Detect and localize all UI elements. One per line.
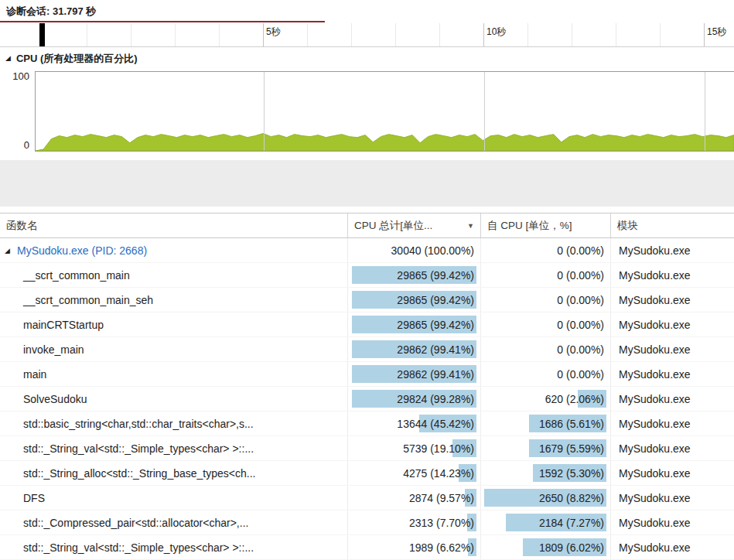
- self-cpu-cell[interactable]: 620 (2.06%): [481, 387, 611, 411]
- self-cpu-cell[interactable]: 0 (0.00%): [481, 362, 611, 386]
- cpu-total-cell[interactable]: 2874 (9.57%): [348, 486, 481, 510]
- cpu-total-cell[interactable]: 29862 (99.41%): [348, 362, 481, 386]
- self-cpu-cell[interactable]: 1592 (5.30%): [481, 461, 611, 485]
- cpu-total-cell[interactable]: 13644 (45.42%): [348, 411, 481, 435]
- table-row[interactable]: ◢ SolveSudoku 29824 (99.28%) 620 (2.06%)…: [0, 387, 734, 411]
- function-name: mainCRTStartup: [23, 319, 104, 331]
- cpu-total-cell[interactable]: 30040 (100.00%): [348, 238, 481, 262]
- cpu-total-cell[interactable]: 4275 (14.23%): [348, 461, 481, 485]
- module-cell: MySudoku.exe: [611, 312, 734, 336]
- cpu-total-value: 29865 (99.42%): [397, 294, 474, 306]
- module-cell: MySudoku.exe: [611, 337, 734, 361]
- module-name: MySudoku.exe: [619, 269, 691, 282]
- timeline-ruler[interactable]: 5秒10秒15秒: [0, 23, 734, 47]
- self-cpu-cell[interactable]: 0 (0.00%): [481, 238, 611, 262]
- module-name: MySudoku.exe: [619, 343, 691, 356]
- self-cpu-cell[interactable]: 2650 (8.82%): [481, 486, 611, 510]
- self-cpu-value: 2650 (8.82%): [539, 492, 604, 504]
- module-cell: MySudoku.exe: [611, 288, 734, 312]
- function-name-cell[interactable]: ◢ std::_String_alloc<std::_String_base_t…: [0, 461, 348, 485]
- module-name: MySudoku.exe: [619, 244, 691, 257]
- chart-gridline: [484, 72, 485, 151]
- module-cell: MySudoku.exe: [611, 263, 734, 287]
- column-header-self-cpu[interactable]: 自 CPU [单位，%]: [481, 213, 611, 237]
- timeline-minor-tick: [660, 23, 661, 46]
- self-cpu-value: 1592 (5.30%): [539, 467, 604, 480]
- self-cpu-cell[interactable]: 1809 (6.02%): [481, 535, 611, 559]
- function-name: MySudoku.exe (PID: 2668): [17, 244, 147, 257]
- self-cpu-cell[interactable]: 1686 (5.61%): [481, 411, 611, 435]
- timeline-minor-tick: [87, 23, 87, 46]
- function-name-cell[interactable]: ◢ std::_Compressed_pair<std::allocator<c…: [0, 510, 348, 534]
- table-row[interactable]: ◢ std::_String_val<std::_Simple_types<ch…: [0, 535, 734, 560]
- table-row[interactable]: ◢ MySudoku.exe (PID: 2668) 30040 (100.00…: [0, 238, 734, 263]
- function-name-cell[interactable]: ◢ std::_String_val<std::_Simple_types<ch…: [0, 535, 348, 559]
- timeline-minor-tick: [219, 23, 220, 46]
- timeline-tick-label: 15秒: [707, 26, 726, 39]
- cpu-total-cell[interactable]: 2313 (7.70%): [348, 510, 481, 534]
- timeline-minor-tick: [572, 23, 572, 46]
- function-name-cell[interactable]: ◢ MySudoku.exe (PID: 2668): [0, 238, 348, 262]
- module-cell: MySudoku.exe: [611, 436, 734, 460]
- table-row[interactable]: ◢ std::basic_string<char,std::char_trait…: [0, 411, 734, 436]
- function-name: __scrt_common_main: [23, 269, 130, 282]
- module-name: MySudoku.exe: [619, 442, 691, 455]
- table-row[interactable]: ◢ mainCRTStartup 29865 (99.42%) 0 (0.00%…: [0, 312, 734, 337]
- table-row[interactable]: ◢ std::_String_val<std::_Simple_types<ch…: [0, 436, 734, 461]
- column-header-label: 自 CPU [单位，%]: [487, 219, 572, 233]
- self-cpu-cell[interactable]: 2184 (7.27%): [481, 510, 611, 534]
- function-name-cell[interactable]: ◢ DFS: [0, 486, 348, 510]
- cpu-total-cell[interactable]: 29865 (99.42%): [348, 263, 481, 287]
- table-row[interactable]: ◢ main 29862 (99.41%) 0 (0.00%) MySudoku…: [0, 362, 734, 387]
- table-row[interactable]: ◢ __scrt_common_main_seh 29865 (99.42%) …: [0, 288, 734, 312]
- cpu-total-value: 29865 (99.42%): [397, 319, 474, 331]
- timeline-minor-tick: [439, 23, 440, 46]
- collapse-triangle-icon[interactable]: ◢: [5, 55, 11, 62]
- timeline-current-marker[interactable]: [39, 23, 45, 46]
- table-row[interactable]: ◢ invoke_main 29862 (99.41%) 0 (0.00%) M…: [0, 337, 734, 362]
- module-name: MySudoku.exe: [619, 467, 691, 480]
- cpu-chart-plot-area[interactable]: [35, 71, 734, 152]
- cpu-section-header[interactable]: ◢ CPU (所有处理器的百分比): [0, 47, 734, 70]
- module-name: MySudoku.exe: [619, 319, 691, 331]
- function-name-cell[interactable]: ◢ __scrt_common_main_seh: [0, 288, 348, 312]
- expander-icon[interactable]: ◢: [5, 247, 17, 254]
- function-name-cell[interactable]: ◢ invoke_main: [0, 337, 348, 361]
- cpu-total-value: 2313 (7.70%): [409, 517, 474, 529]
- cpu-total-cell[interactable]: 29824 (99.28%): [348, 387, 481, 411]
- function-name-cell[interactable]: ◢ std::basic_string<char,std::char_trait…: [0, 411, 348, 435]
- cpu-usage-chart[interactable]: 100 0: [0, 70, 734, 154]
- module-name: MySudoku.exe: [619, 368, 691, 381]
- self-cpu-cell[interactable]: 0 (0.00%): [481, 263, 611, 287]
- table-row[interactable]: ◢ __scrt_common_main 29865 (99.42%) 0 (0…: [0, 263, 734, 288]
- self-cpu-cell[interactable]: 0 (0.00%): [481, 337, 611, 361]
- cpu-total-cell[interactable]: 1989 (6.62%): [348, 535, 481, 559]
- cpu-total-cell[interactable]: 5739 (19.10%): [348, 436, 481, 460]
- self-cpu-cell[interactable]: 0 (0.00%): [481, 312, 611, 336]
- function-name: std::_String_val<std::_Simple_types<char…: [23, 442, 254, 455]
- column-header-module[interactable]: 模块: [611, 213, 734, 237]
- table-row[interactable]: ◢ DFS 2874 (9.57%) 2650 (8.82%) MySudoku…: [0, 486, 734, 510]
- column-header-cpu-total[interactable]: CPU 总计[单位... ▼: [348, 213, 481, 237]
- function-name-cell[interactable]: ◢ mainCRTStartup: [0, 312, 348, 336]
- timeline-minor-tick: [527, 23, 528, 46]
- function-name-cell[interactable]: ◢ std::_String_val<std::_Simple_types<ch…: [0, 436, 348, 460]
- function-name: SolveSudoku: [23, 393, 87, 405]
- function-name-cell[interactable]: ◢ main: [0, 362, 348, 386]
- column-header-function-name[interactable]: 函数名: [0, 213, 348, 237]
- cpu-total-cell[interactable]: 29865 (99.42%): [348, 312, 481, 336]
- self-cpu-cell[interactable]: 0 (0.00%): [481, 288, 611, 312]
- self-cpu-cell[interactable]: 1679 (5.59%): [481, 436, 611, 460]
- cpu-total-value: 29862 (99.41%): [397, 368, 474, 381]
- function-name-cell[interactable]: ◢ __scrt_common_main: [0, 263, 348, 287]
- cpu-total-cell[interactable]: 29862 (99.41%): [348, 337, 481, 361]
- cpu-total-value: 29824 (99.28%): [397, 393, 474, 405]
- chart-gridline: [705, 72, 705, 151]
- sort-descending-icon[interactable]: ▼: [467, 222, 474, 230]
- table-row[interactable]: ◢ std::_Compressed_pair<std::allocator<c…: [0, 510, 734, 535]
- table-row[interactable]: ◢ std::_String_alloc<std::_String_base_t…: [0, 461, 734, 486]
- timeline-minor-tick: [395, 23, 396, 46]
- module-cell: MySudoku.exe: [611, 461, 734, 485]
- function-name-cell[interactable]: ◢ SolveSudoku: [0, 387, 348, 411]
- cpu-total-cell[interactable]: 29865 (99.42%): [348, 288, 481, 312]
